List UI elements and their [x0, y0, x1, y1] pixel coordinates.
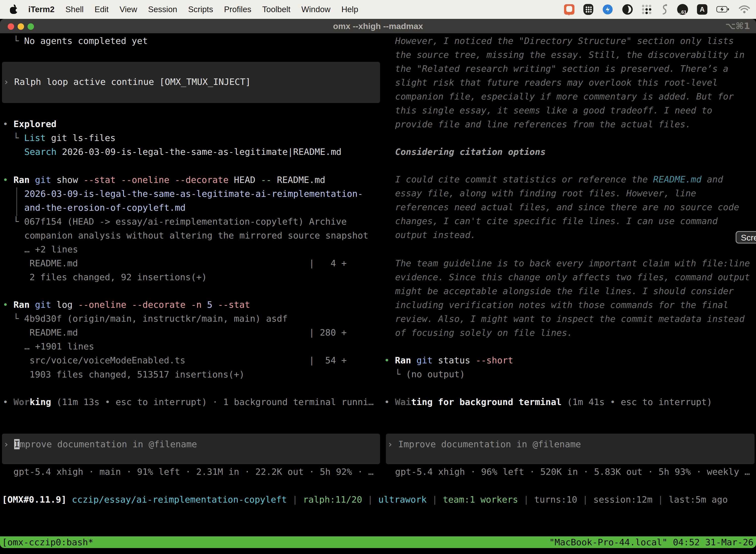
- screen-sharing-chip[interactable]: Scre: [736, 231, 756, 243]
- terminal-line-left: └ No agents completed yet: [13, 34, 148, 48]
- terminal-line-left: 2026-03-09-is-legal-the-same-as-legitima…: [24, 187, 363, 201]
- terminal-line-left: • Working (11m 13s • esc to interrupt) ·…: [3, 395, 374, 409]
- terminal-line-right: └ (no output): [395, 367, 465, 381]
- terminal-line-right: changes, I can't cite specific file line…: [395, 214, 717, 228]
- terminal-line-left: … +2 lines: [24, 242, 78, 257]
- terminal-line-left: 1903 files changed, 513517 insertions(+): [29, 368, 245, 382]
- terminal-line-left: └ 4b9d30f (origin/main, instructkr/main,…: [13, 312, 288, 326]
- terminal-line-left: • Ran git log --oneline --decorate -n 5 …: [3, 298, 250, 312]
- terminal-line-right: review. Also, I might want to inspect th…: [395, 312, 745, 326]
- terminal-line-left: README.md | 4 +: [29, 257, 347, 270]
- terminal-line-right: companion file, especially if more comme…: [395, 90, 734, 104]
- terminal-line-right: However, I noticed the "Directory Struct…: [395, 34, 734, 48]
- terminal-line-left: Search 2026-03-09-is-legal-the-same-as-l…: [24, 145, 341, 159]
- terminal-line-right: I could cite commit statistics or refere…: [395, 172, 723, 186]
- prompt-input-left[interactable]: › Improve documentation in @filename: [3, 437, 197, 451]
- terminal-line-right: might be acceptable alongside the file l…: [395, 284, 734, 298]
- terminal-line-right: references need actual files, and since …: [395, 200, 739, 214]
- terminal-line-right: evidence. Since this change only affects…: [395, 270, 750, 284]
- terminal-line-right: • Waiting for background terminal (1m 41…: [384, 395, 712, 409]
- terminal-line-right: of focusing solely on file lines.: [395, 326, 572, 340]
- terminal-line-left: and-the-erosion-of-copyleft.md: [24, 201, 186, 215]
- reasoning-heading: Considering citation options: [395, 145, 546, 159]
- tree-guide-line: [16, 187, 17, 216]
- prompt-input-right[interactable]: › Improve documentation in @filename: [387, 437, 581, 451]
- terminal-line-right: this single essay, it seems like a good …: [395, 104, 712, 117]
- model-status-right: gpt-5.4 xhigh · 96% left · 520K in · 5.8…: [395, 465, 750, 479]
- terminal-line-left: └ 067f154 (HEAD -> essay/ai-reimplementa…: [13, 215, 347, 229]
- omx-status-line: [OMX#0.11.9] cczip/essay/ai-reimplementa…: [2, 493, 728, 507]
- terminal-line-right: slight risk that future readers may over…: [395, 76, 717, 90]
- terminal-line-right: the "Related research writing" section i…: [395, 62, 729, 76]
- terminal-line-right: The team guideline is to back every impo…: [395, 257, 750, 270]
- terminal-line-right: • Ran git status --short: [384, 353, 513, 367]
- terminal-line-left: src/voice/voiceModeEnabled.ts | 54 +: [29, 353, 347, 367]
- terminal-line-left: README.md | 280 +: [29, 326, 347, 340]
- terminal-line-left: 2 files changed, 92 insertions(+): [29, 270, 207, 284]
- terminal-line-right: output instead.: [395, 228, 476, 242]
- terminal-line-right: provide file and line references from th…: [395, 117, 691, 131]
- terminal-line-left: • Ran git show --stat --oneline --decora…: [3, 173, 325, 187]
- model-status-left: gpt-5.4 xhigh · main · 91% left · 2.31M …: [13, 465, 374, 479]
- terminal-line-left: … +1901 lines: [24, 340, 94, 353]
- terminal-line-left: companion analysis without altering the …: [24, 229, 368, 242]
- terminal-line-right: essay file, along with finding root file…: [395, 186, 696, 200]
- previous-prompt-text: › Ralph loop active continue [OMX_TMUX_I…: [3, 75, 251, 89]
- terminal-line-left: └ List git ls-files: [13, 131, 116, 145]
- terminal-line-right: including verification notes with those …: [395, 298, 729, 312]
- terminal-line-left: • Explored: [3, 117, 57, 131]
- terminal-line-right: the source tree, missing the essay. Stil…: [395, 48, 745, 62]
- desktop: { "menu_bar": { "items": ["iTerm2", "She…: [0, 0, 756, 554]
